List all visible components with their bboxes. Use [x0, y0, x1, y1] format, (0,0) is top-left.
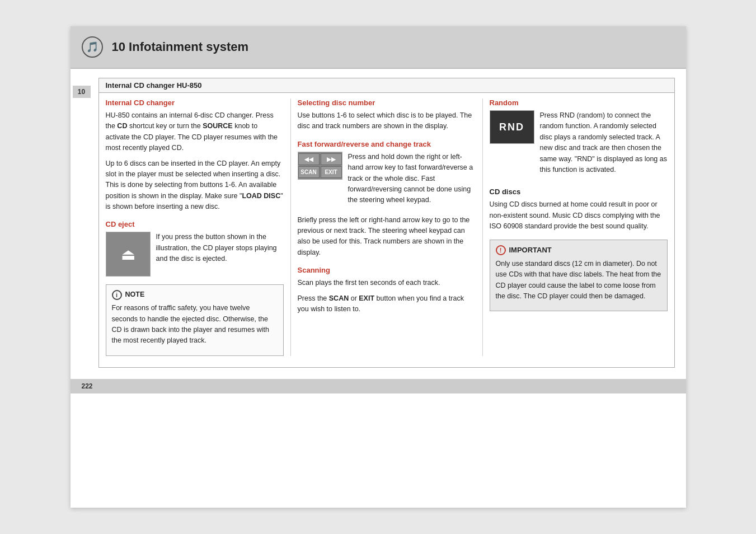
page: 🎵 10 Infotainment system 10 Internal CD … — [71, 26, 686, 508]
ff-image: ◀◀ ▶▶ SCAN EXIT — [298, 152, 342, 180]
heading-cd-discs: CD discs — [490, 188, 668, 196]
important-text: Only use standard discs (12 cm in diamet… — [496, 259, 661, 302]
page-tab: 10 — [71, 69, 93, 368]
header-bar: 🎵 10 Infotainment system — [71, 26, 686, 69]
note-label: NOTE — [125, 289, 145, 300]
ff-btn-prev: ◀◀ — [298, 153, 320, 165]
important-header: ! IMPORTANT — [496, 245, 661, 256]
eject-container: ⏏ If you press the button shown in the i… — [106, 232, 284, 277]
cd-discs-text: Using CD discs burned at home could resu… — [490, 199, 668, 232]
eject-icon: ⏏ — [121, 245, 135, 264]
important-box: ! IMPORTANT Only use standard discs (12 … — [490, 240, 668, 311]
rnd-text: Press RND (random) to connect the random… — [540, 110, 668, 175]
ff-buttons-grid: ◀◀ ▶▶ SCAN EXIT — [298, 153, 342, 178]
eject-image: ⏏ — [106, 232, 151, 277]
rnd-image: RND — [490, 110, 534, 144]
section-box: Internal CD changer HU-850 Internal CD c… — [98, 78, 675, 368]
ff-btn-next: ▶▶ — [321, 153, 342, 165]
col-divider-1 — [290, 99, 291, 356]
note-box: i NOTE For reasons of traffic safety, yo… — [106, 284, 284, 355]
col-2: Selecting disc number Use buttons 1-6 to… — [292, 99, 481, 356]
heading-internal-cd-changer: Internal CD changer — [106, 99, 284, 107]
selecting-disc-p1: Use buttons 1-6 to select which disc is … — [298, 110, 476, 132]
ff-btn-exit: EXIT — [321, 166, 342, 178]
ff-p2: Briefly press the left or right-hand arr… — [298, 215, 476, 259]
rnd-label: RND — [499, 121, 524, 133]
col-divider-2 — [482, 99, 483, 356]
heading-scanning: Scanning — [298, 266, 476, 274]
important-icon: ! — [496, 245, 506, 255]
col-1: Internal CD changer HU-850 contains an i… — [106, 99, 289, 356]
scan-p2: Press the SCAN or EXIT button when you f… — [298, 293, 476, 315]
note-header: i NOTE — [112, 289, 278, 300]
important-label: IMPORTANT — [509, 245, 552, 256]
heading-cd-eject: CD eject — [106, 220, 284, 228]
content-area: 10 Internal CD changer HU-850 Internal C… — [71, 69, 686, 368]
ff-description: Press and hold down the right or left-ha… — [348, 152, 476, 206]
internal-cd-p1: HU-850 contains an internal 6-disc CD ch… — [106, 110, 284, 154]
chapter-number: 10 — [73, 86, 91, 98]
note-icon: i — [112, 290, 122, 300]
rnd-container: RND Press RND (random) to connect the ra… — [490, 110, 668, 180]
heading-fast-forward: Fast forward/reverse and change track — [298, 140, 476, 148]
ff-container: ◀◀ ▶▶ SCAN EXIT Press and hold down the … — [298, 152, 476, 210]
page-footer: 222 — [71, 379, 686, 394]
chapter-icon: 🎵 — [82, 36, 103, 58]
internal-cd-p2: Up to 6 discs can be inserted in the CD … — [106, 158, 284, 213]
ff-btn-scan: SCAN — [298, 166, 320, 178]
heading-random: Random — [490, 99, 668, 107]
note-text: For reasons of traffic safety, you have … — [112, 303, 278, 346]
columns: Internal CD changer HU-850 contains an i… — [99, 93, 674, 356]
col-3: Random RND Press RND (random) to connect… — [484, 99, 668, 356]
section-title: Internal CD changer HU-850 — [99, 78, 674, 93]
eject-text-p: If you press the button shown in the ill… — [156, 232, 284, 264]
scan-p1: Scan plays the first ten seconds of each… — [298, 278, 476, 288]
page-title: 10 Infotainment system — [112, 40, 249, 54]
heading-selecting-disc: Selecting disc number — [298, 99, 476, 107]
page-number: 222 — [82, 382, 93, 390]
eject-description: If you press the button shown in the ill… — [156, 232, 284, 269]
